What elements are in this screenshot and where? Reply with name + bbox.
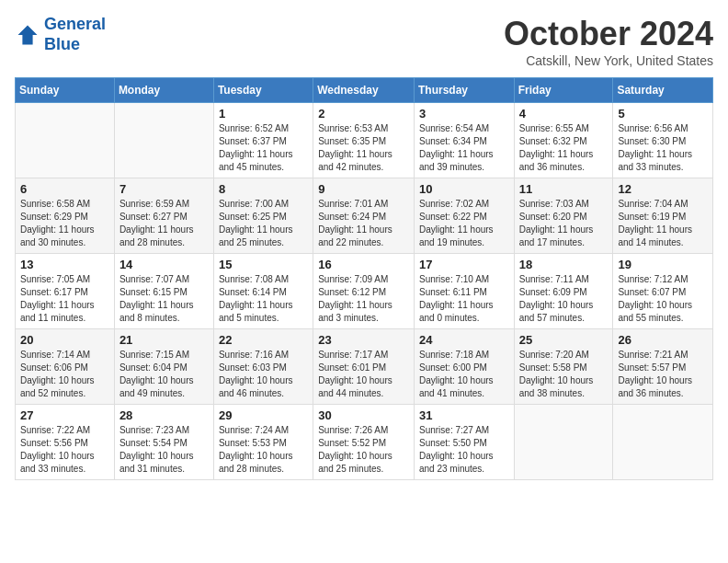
calendar-cell: 1Sunrise: 6:52 AM Sunset: 6:37 PM Daylig… — [213, 103, 313, 178]
day-info: Sunrise: 7:24 AM Sunset: 5:53 PM Dayligh… — [219, 424, 308, 476]
calendar-cell: 7Sunrise: 6:59 AM Sunset: 6:27 PM Daylig… — [114, 178, 213, 254]
calendar-cell: 27Sunrise: 7:22 AM Sunset: 5:56 PM Dayli… — [16, 405, 115, 480]
day-info: Sunrise: 7:20 AM Sunset: 5:58 PM Dayligh… — [519, 349, 609, 400]
day-info: Sunrise: 6:58 AM Sunset: 6:29 PM Dayligh… — [20, 198, 109, 249]
calendar-header: SundayMondayTuesdayWednesdayThursdayFrid… — [16, 78, 713, 103]
day-number: 24 — [419, 333, 509, 347]
calendar-cell: 29Sunrise: 7:24 AM Sunset: 5:53 PM Dayli… — [213, 405, 313, 480]
day-info: Sunrise: 7:15 AM Sunset: 6:04 PM Dayligh… — [119, 349, 209, 400]
calendar-week: 6Sunrise: 6:58 AM Sunset: 6:29 PM Daylig… — [16, 178, 713, 254]
day-info: Sunrise: 7:05 AM Sunset: 6:17 PM Dayligh… — [20, 273, 109, 325]
day-number: 28 — [119, 408, 209, 422]
day-info: Sunrise: 7:14 AM Sunset: 6:06 PM Dayligh… — [20, 349, 109, 400]
day-number: 9 — [318, 182, 409, 196]
day-number: 16 — [318, 258, 409, 271]
day-number: 6 — [20, 182, 109, 196]
calendar-cell: 9Sunrise: 7:01 AM Sunset: 6:24 PM Daylig… — [313, 178, 415, 254]
page-header: GeneralBlue October 2024 Catskill, New Y… — [15, 15, 713, 68]
day-number: 4 — [519, 107, 609, 121]
calendar-cell — [114, 103, 213, 178]
calendar-cell — [16, 103, 115, 178]
day-info: Sunrise: 7:03 AM Sunset: 6:20 PM Dayligh… — [519, 198, 609, 249]
calendar-cell: 15Sunrise: 7:08 AM Sunset: 6:14 PM Dayli… — [213, 254, 313, 329]
day-number: 14 — [119, 258, 209, 271]
day-info: Sunrise: 7:27 AM Sunset: 5:50 PM Dayligh… — [419, 424, 509, 476]
day-number: 25 — [519, 333, 609, 347]
day-number: 17 — [419, 258, 509, 271]
calendar-cell — [613, 405, 713, 480]
day-number: 2 — [318, 107, 409, 121]
day-info: Sunrise: 7:16 AM Sunset: 6:03 PM Dayligh… — [219, 349, 308, 400]
day-number: 31 — [419, 408, 509, 422]
day-info: Sunrise: 7:09 AM Sunset: 6:12 PM Dayligh… — [318, 273, 409, 325]
calendar-cell: 25Sunrise: 7:20 AM Sunset: 5:58 PM Dayli… — [514, 329, 613, 405]
calendar-cell: 23Sunrise: 7:17 AM Sunset: 6:01 PM Dayli… — [313, 329, 415, 405]
calendar-cell: 13Sunrise: 7:05 AM Sunset: 6:17 PM Dayli… — [16, 254, 115, 329]
calendar-cell: 6Sunrise: 6:58 AM Sunset: 6:29 PM Daylig… — [16, 178, 115, 254]
day-info: Sunrise: 7:21 AM Sunset: 5:57 PM Dayligh… — [618, 349, 708, 400]
svg-marker-0 — [18, 25, 38, 44]
day-info: Sunrise: 6:59 AM Sunset: 6:27 PM Dayligh… — [119, 198, 209, 249]
calendar-table: SundayMondayTuesdayWednesdayThursdayFrid… — [15, 77, 713, 480]
calendar-body: 1Sunrise: 6:52 AM Sunset: 6:37 PM Daylig… — [16, 103, 713, 480]
day-number: 5 — [618, 107, 708, 121]
day-number: 12 — [618, 182, 708, 196]
day-info: Sunrise: 7:02 AM Sunset: 6:22 PM Dayligh… — [419, 198, 509, 249]
day-number: 20 — [20, 333, 109, 347]
location: Catskill, New York, United States — [504, 53, 713, 68]
header-day: Wednesday — [313, 78, 415, 103]
day-info: Sunrise: 6:55 AM Sunset: 6:32 PM Dayligh… — [519, 122, 609, 174]
header-day: Sunday — [16, 78, 115, 103]
day-number: 7 — [119, 182, 209, 196]
logo-text: GeneralBlue — [44, 15, 106, 54]
calendar-cell: 14Sunrise: 7:07 AM Sunset: 6:15 PM Dayli… — [114, 254, 213, 329]
day-number: 11 — [519, 182, 609, 196]
day-info: Sunrise: 7:26 AM Sunset: 5:52 PM Dayligh… — [318, 424, 409, 476]
calendar-week: 13Sunrise: 7:05 AM Sunset: 6:17 PM Dayli… — [16, 254, 713, 329]
calendar-cell: 21Sunrise: 7:15 AM Sunset: 6:04 PM Dayli… — [114, 329, 213, 405]
day-number: 22 — [219, 333, 308, 347]
calendar-cell: 28Sunrise: 7:23 AM Sunset: 5:54 PM Dayli… — [114, 405, 213, 480]
calendar-cell — [514, 405, 613, 480]
calendar-cell: 24Sunrise: 7:18 AM Sunset: 6:00 PM Dayli… — [414, 329, 514, 405]
day-info: Sunrise: 7:10 AM Sunset: 6:11 PM Dayligh… — [419, 273, 509, 325]
day-number: 29 — [219, 408, 308, 422]
calendar-cell: 8Sunrise: 7:00 AM Sunset: 6:25 PM Daylig… — [213, 178, 313, 254]
day-number: 19 — [618, 258, 708, 271]
calendar-cell: 20Sunrise: 7:14 AM Sunset: 6:06 PM Dayli… — [16, 329, 115, 405]
day-number: 3 — [419, 107, 509, 121]
header-day: Saturday — [613, 78, 713, 103]
header-day: Tuesday — [213, 78, 313, 103]
calendar-cell: 2Sunrise: 6:53 AM Sunset: 6:35 PM Daylig… — [313, 103, 415, 178]
calendar-cell: 4Sunrise: 6:55 AM Sunset: 6:32 PM Daylig… — [514, 103, 613, 178]
calendar-cell: 17Sunrise: 7:10 AM Sunset: 6:11 PM Dayli… — [414, 254, 514, 329]
calendar-cell: 10Sunrise: 7:02 AM Sunset: 6:22 PM Dayli… — [414, 178, 514, 254]
day-number: 1 — [219, 107, 308, 121]
day-number: 15 — [219, 258, 308, 271]
calendar-cell: 31Sunrise: 7:27 AM Sunset: 5:50 PM Dayli… — [414, 405, 514, 480]
day-info: Sunrise: 7:08 AM Sunset: 6:14 PM Dayligh… — [219, 273, 308, 325]
day-number: 8 — [219, 182, 308, 196]
calendar-cell: 19Sunrise: 7:12 AM Sunset: 6:07 PM Dayli… — [613, 254, 713, 329]
day-info: Sunrise: 7:07 AM Sunset: 6:15 PM Dayligh… — [119, 273, 209, 325]
day-number: 26 — [618, 333, 708, 347]
day-info: Sunrise: 7:01 AM Sunset: 6:24 PM Dayligh… — [318, 198, 409, 249]
calendar-cell: 22Sunrise: 7:16 AM Sunset: 6:03 PM Dayli… — [213, 329, 313, 405]
calendar-cell: 16Sunrise: 7:09 AM Sunset: 6:12 PM Dayli… — [313, 254, 415, 329]
day-number: 13 — [20, 258, 109, 271]
day-number: 23 — [318, 333, 409, 347]
day-info: Sunrise: 6:54 AM Sunset: 6:34 PM Dayligh… — [419, 122, 509, 174]
day-info: Sunrise: 7:12 AM Sunset: 6:07 PM Dayligh… — [618, 273, 708, 325]
day-info: Sunrise: 6:56 AM Sunset: 6:30 PM Dayligh… — [618, 122, 708, 174]
day-number: 30 — [318, 408, 409, 422]
month-title: October 2024 — [504, 15, 713, 53]
day-info: Sunrise: 7:11 AM Sunset: 6:09 PM Dayligh… — [519, 273, 609, 325]
day-number: 21 — [119, 333, 209, 347]
day-info: Sunrise: 7:18 AM Sunset: 6:00 PM Dayligh… — [419, 349, 509, 400]
header-day: Friday — [514, 78, 613, 103]
calendar-cell: 11Sunrise: 7:03 AM Sunset: 6:20 PM Dayli… — [514, 178, 613, 254]
day-info: Sunrise: 6:53 AM Sunset: 6:35 PM Dayligh… — [318, 122, 409, 174]
day-number: 27 — [20, 408, 109, 422]
header-day: Monday — [114, 78, 213, 103]
day-info: Sunrise: 7:04 AM Sunset: 6:19 PM Dayligh… — [618, 198, 708, 249]
